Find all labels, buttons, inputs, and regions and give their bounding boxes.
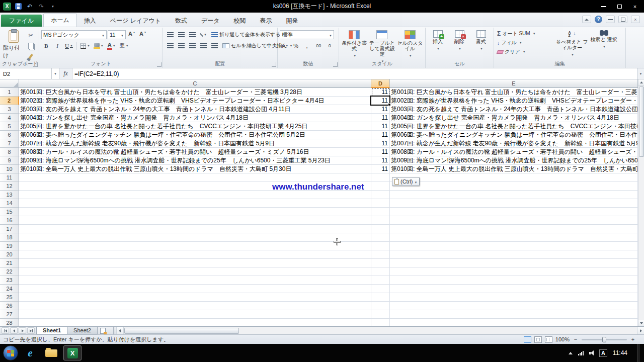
grow-font-button[interactable]: A▲ (127, 30, 137, 40)
cell-C22[interactable] (19, 267, 371, 276)
cell-D20[interactable] (371, 250, 390, 259)
first-sheet-button[interactable] (2, 327, 9, 334)
cell-C17[interactable] (19, 225, 371, 233)
cell-C14[interactable] (19, 199, 371, 208)
row-header-9[interactable]: 9 (0, 156, 19, 165)
ribbon-tab-6[interactable]: 校閲 (227, 15, 253, 27)
row-header-23[interactable]: 23 (0, 276, 19, 285)
cell-D1[interactable]: 11 (371, 88, 390, 97)
ribbon-tab-4[interactable]: 数式 (168, 15, 194, 27)
cell-E18[interactable] (390, 233, 638, 242)
cell-D6[interactable]: 11 (371, 131, 390, 139)
orientation-button[interactable] (198, 30, 208, 40)
clipboard-dialog-launcher[interactable] (33, 62, 38, 67)
zoom-slider-thumb[interactable] (602, 337, 606, 342)
column-header-E[interactable]: E (390, 79, 638, 88)
horizontal-scroll-thumb[interactable] (124, 328, 239, 334)
align-left-button[interactable] (165, 41, 175, 51)
vertical-scrollbar[interactable] (638, 79, 644, 326)
scroll-left-button[interactable] (117, 327, 124, 334)
row-header-18[interactable]: 18 (0, 233, 19, 242)
undo-icon[interactable]: ↶ (25, 2, 34, 11)
cell-C6[interactable]: 第006回: 妻へ贈ったダイニングキッチン 勝負は一坪・住宅革命の秘密 公団住宅… (19, 131, 371, 139)
cell-C28[interactable] (19, 319, 371, 326)
cell-D17[interactable] (371, 225, 390, 233)
cell-E1[interactable]: 第001回: 巨大台風から日本を守れ 富士山頂・男たちは命をかけた 富士山レーダ… (390, 88, 638, 97)
row-header-6[interactable]: 6 (0, 131, 19, 139)
align-center-button[interactable] (176, 41, 186, 51)
cell-C25[interactable] (19, 293, 371, 302)
cell-C4[interactable]: 第004回: ガンを探し出せ 完全国産・胃カメラ開発 胃カメラ・オリンパス 4月… (19, 114, 371, 122)
row-header-22[interactable]: 22 (0, 267, 19, 276)
ime-indicator[interactable]: A (599, 349, 607, 357)
row-header-10[interactable]: 10 (0, 165, 19, 173)
cell-C18[interactable] (19, 233, 371, 242)
font-name-combo[interactable]: MS Pゴシック (41, 30, 107, 39)
row-header-1[interactable]: 1 (0, 88, 19, 97)
cell-E25[interactable] (390, 293, 638, 302)
row-header-13[interactable]: 13 (0, 191, 19, 199)
cell-D27[interactable] (371, 310, 390, 319)
show-desktop-button[interactable] (637, 344, 640, 362)
ribbon-tab-3[interactable]: ページ レイアウト (103, 15, 168, 27)
cell-C7[interactable]: 第007回: 執念が生んだ新幹線 老友90歳・飛行機が姿を変えた 新幹線・日本国… (19, 139, 371, 148)
increase-indent-button[interactable] (209, 41, 219, 51)
cell-E5[interactable]: 第005回: 世界を驚かせた一台の車 名社長と闘った若手社員たち CVCCエンジ… (390, 122, 638, 131)
excel-app-icon[interactable]: X (3, 3, 11, 11)
insert-worksheet-button[interactable] (97, 327, 109, 334)
row-header-16[interactable]: 16 (0, 216, 19, 225)
row-header-3[interactable]: 3 (0, 105, 19, 114)
cell-styles-button[interactable]: セルのスタイル (397, 29, 423, 64)
qat-customize-icon[interactable] (48, 2, 57, 11)
minimize-ribbon-button[interactable] (582, 16, 591, 23)
wrap-text-button[interactable]: 折り返して全体を表示する (209, 30, 282, 40)
fill-button[interactable]: フィル (496, 38, 554, 47)
cell-E8[interactable]: 第008回: カール・ルイスの魔法の靴 超軽量シューズ・若手社員の闘い 超軽量シ… (390, 148, 638, 156)
cell-E21[interactable] (390, 259, 638, 267)
cell-D16[interactable] (371, 216, 390, 225)
row-header-25[interactable]: 25 (0, 293, 19, 302)
cell-E4[interactable]: 第004回: ガンを探し出せ 完全国産・胃カメラ開発 胃カメラ・オリンパス 4月… (390, 114, 638, 122)
cell-D2[interactable]: 11 (371, 97, 390, 105)
copy-button[interactable] (26, 41, 36, 51)
row-header-27[interactable]: 27 (0, 310, 19, 319)
taskbar-internet-explorer[interactable]: e (21, 345, 39, 360)
cell-C10[interactable]: 第010回: 全島一万人 史上最大の脱出作戦 三原山噴火・13時間のドラマ 自然… (19, 165, 371, 173)
increase-decimal-button[interactable]: .00 (313, 41, 323, 51)
cell-E10[interactable]: 第010回: 全島一万人 史上最大の脱出作戦 三原山噴火・13時間のドラマ 自然… (390, 165, 638, 173)
format-cells-button[interactable]: 書式 (471, 29, 491, 52)
cell-E27[interactable] (390, 310, 638, 319)
middle-align-button[interactable] (176, 30, 186, 40)
cell-E2[interactable]: 第002回: 窓際族が世界規格を作った VHS・執念の逆転劇 VHSビデオテープ… (390, 97, 638, 105)
name-box-dropdown[interactable] (52, 68, 59, 79)
cell-C20[interactable] (19, 250, 371, 259)
zoom-level[interactable]: 100% (555, 336, 570, 342)
cell-D13[interactable] (371, 191, 390, 199)
insert-cells-button[interactable]: 挿入 (428, 29, 448, 52)
cell-C2[interactable]: 第002回: 窓際族が世界規格を作った VHS・執念の逆転劇 VHSビデオテープ… (19, 97, 371, 105)
taskbar-excel[interactable]: X (63, 345, 82, 360)
cell-E11[interactable] (390, 173, 638, 182)
normal-view-button[interactable] (524, 336, 531, 343)
ribbon-tab-7[interactable]: 表示 (253, 15, 279, 27)
cell-C8[interactable]: 第008回: カール・ルイスの魔法の靴 超軽量シューズ・若手社員の闘い 超軽量シ… (19, 148, 371, 156)
workbook-restore-button[interactable] (618, 16, 627, 23)
ribbon-tab-0[interactable]: ファイル (1, 15, 42, 27)
ribbon-tab-8[interactable]: 開発 (279, 15, 305, 27)
cell-C1[interactable]: 第001回: 巨大台風から日本を守れ 富士山頂・男たちは命をかけた 富士山レーダ… (19, 88, 371, 97)
top-align-button[interactable] (165, 30, 175, 40)
cell-C26[interactable] (19, 302, 371, 310)
scroll-right-button[interactable] (637, 327, 644, 334)
cell-E6[interactable]: 第006回: 妻へ贈ったダイニングキッチン 勝負は一坪・住宅革命の秘密 公団住宅… (390, 131, 638, 139)
cell-D23[interactable] (371, 276, 390, 285)
ribbon-tab-2[interactable]: 挿入 (77, 15, 103, 27)
cell-D19[interactable] (371, 242, 390, 250)
clear-button[interactable]: クリア (496, 47, 554, 56)
cell-C23[interactable] (19, 276, 371, 285)
row-header-12[interactable]: 12 (0, 182, 19, 191)
decrease-decimal-button[interactable]: .0 (324, 41, 334, 51)
cell-E20[interactable] (390, 250, 638, 259)
workbook-close-button[interactable]: × (631, 16, 640, 23)
cell-C11[interactable] (19, 173, 371, 182)
autosum-button[interactable]: Σ オート SUM (496, 29, 554, 38)
